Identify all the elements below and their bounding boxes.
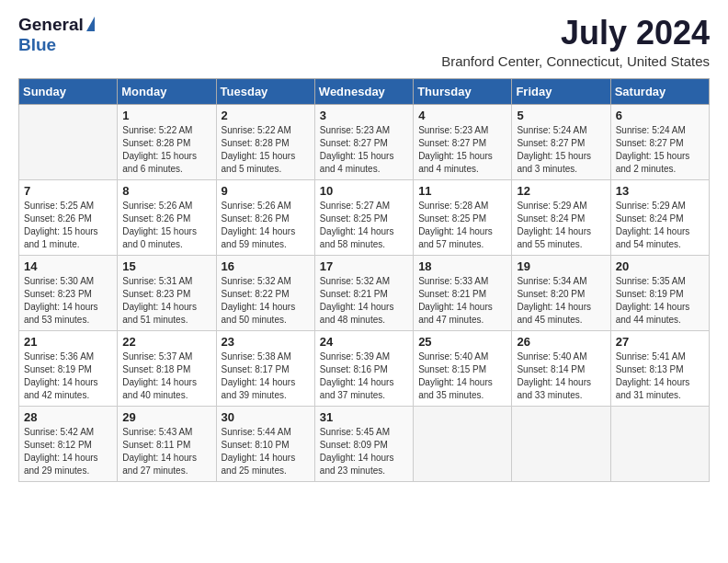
- calendar-day-cell: 5Sunrise: 5:24 AMSunset: 8:27 PMDaylight…: [512, 104, 610, 179]
- calendar-week-row: 21Sunrise: 5:36 AMSunset: 8:19 PMDayligh…: [19, 330, 710, 406]
- day-number: 6: [616, 109, 704, 122]
- calendar-week-row: 7Sunrise: 5:25 AMSunset: 8:26 PMDaylight…: [19, 179, 710, 255]
- day-number: 16: [222, 259, 310, 273]
- day-of-week-header: Sunday: [19, 78, 118, 104]
- calendar-header-row: SundayMondayTuesdayWednesdayThursdayFrid…: [19, 78, 710, 104]
- calendar-day-cell: 3Sunrise: 5:23 AMSunset: 8:27 PMDaylight…: [314, 104, 413, 179]
- calendar-day-cell: 20Sunrise: 5:35 AMSunset: 8:19 PMDayligh…: [610, 255, 709, 330]
- calendar-day-cell: 1Sunrise: 5:22 AMSunset: 8:28 PMDaylight…: [118, 104, 216, 179]
- calendar-day-cell: 24Sunrise: 5:39 AMSunset: 8:16 PMDayligh…: [314, 330, 413, 406]
- calendar-day-cell: 14Sunrise: 5:30 AMSunset: 8:23 PMDayligh…: [19, 255, 118, 330]
- calendar-day-cell: 6Sunrise: 5:24 AMSunset: 8:27 PMDaylight…: [610, 104, 709, 179]
- calendar-day-cell: 12Sunrise: 5:29 AMSunset: 8:24 PMDayligh…: [512, 179, 610, 255]
- calendar-week-row: 28Sunrise: 5:42 AMSunset: 8:12 PMDayligh…: [19, 406, 710, 481]
- day-detail: Sunrise: 5:43 AMSunset: 8:11 PMDaylight:…: [122, 426, 210, 477]
- calendar-day-cell: 18Sunrise: 5:33 AMSunset: 8:21 PMDayligh…: [414, 255, 512, 330]
- day-detail: Sunrise: 5:37 AMSunset: 8:18 PMDaylight:…: [122, 350, 210, 402]
- day-of-week-header: Tuesday: [216, 78, 314, 104]
- day-detail: Sunrise: 5:31 AMSunset: 8:23 PMDaylight:…: [122, 275, 210, 327]
- day-detail: Sunrise: 5:32 AMSunset: 8:22 PMDaylight:…: [222, 275, 310, 327]
- day-number: 26: [517, 335, 605, 349]
- day-number: 7: [24, 184, 112, 198]
- day-detail: Sunrise: 5:36 AMSunset: 8:19 PMDaylight:…: [24, 350, 112, 402]
- calendar-day-cell: 7Sunrise: 5:25 AMSunset: 8:26 PMDaylight…: [19, 179, 118, 255]
- day-number: 11: [418, 184, 506, 198]
- day-number: 3: [320, 109, 408, 122]
- calendar-week-row: 1Sunrise: 5:22 AMSunset: 8:28 PMDaylight…: [19, 104, 710, 179]
- calendar-day-cell: [610, 406, 709, 481]
- day-detail: Sunrise: 5:33 AMSunset: 8:21 PMDaylight:…: [418, 275, 506, 327]
- day-of-week-header: Thursday: [414, 78, 512, 104]
- calendar-day-cell: 22Sunrise: 5:37 AMSunset: 8:18 PMDayligh…: [118, 330, 216, 406]
- day-number: 15: [122, 259, 210, 273]
- calendar-day-cell: 25Sunrise: 5:40 AMSunset: 8:15 PMDayligh…: [414, 330, 512, 406]
- calendar-day-cell: 21Sunrise: 5:36 AMSunset: 8:19 PMDayligh…: [19, 330, 118, 406]
- calendar-day-cell: 31Sunrise: 5:45 AMSunset: 8:09 PMDayligh…: [314, 406, 413, 481]
- calendar-day-cell: [19, 104, 118, 179]
- title-area: July 2024 Branford Center, Connecticut, …: [441, 15, 710, 69]
- day-detail: Sunrise: 5:29 AMSunset: 8:24 PMDaylight:…: [517, 200, 605, 251]
- day-of-week-header: Saturday: [610, 78, 709, 104]
- day-detail: Sunrise: 5:40 AMSunset: 8:14 PMDaylight:…: [517, 350, 605, 402]
- day-detail: Sunrise: 5:26 AMSunset: 8:26 PMDaylight:…: [222, 200, 310, 251]
- day-detail: Sunrise: 5:41 AMSunset: 8:13 PMDaylight:…: [616, 350, 704, 402]
- day-detail: Sunrise: 5:25 AMSunset: 8:26 PMDaylight:…: [24, 200, 112, 251]
- day-number: 19: [517, 259, 605, 273]
- day-number: 5: [517, 109, 605, 122]
- day-number: 25: [418, 335, 506, 349]
- logo-general-text: General: [18, 15, 84, 35]
- day-number: 31: [320, 410, 408, 424]
- calendar-day-cell: 10Sunrise: 5:27 AMSunset: 8:25 PMDayligh…: [314, 179, 413, 255]
- calendar-day-cell: 23Sunrise: 5:38 AMSunset: 8:17 PMDayligh…: [216, 330, 314, 406]
- calendar-day-cell: [414, 406, 512, 481]
- day-detail: Sunrise: 5:28 AMSunset: 8:25 PMDaylight:…: [418, 200, 506, 251]
- day-number: 22: [122, 335, 210, 349]
- day-number: 17: [320, 259, 408, 273]
- calendar-day-cell: 8Sunrise: 5:26 AMSunset: 8:26 PMDaylight…: [118, 179, 216, 255]
- day-number: 8: [122, 184, 210, 198]
- calendar-table: SundayMondayTuesdayWednesdayThursdayFrid…: [18, 78, 710, 482]
- month-year-title: July 2024: [441, 15, 710, 52]
- day-detail: Sunrise: 5:35 AMSunset: 8:19 PMDaylight:…: [616, 275, 704, 327]
- day-number: 23: [222, 335, 310, 349]
- day-detail: Sunrise: 5:40 AMSunset: 8:15 PMDaylight:…: [418, 350, 506, 402]
- day-number: 4: [418, 109, 506, 122]
- day-number: 12: [517, 184, 605, 198]
- day-detail: Sunrise: 5:30 AMSunset: 8:23 PMDaylight:…: [24, 275, 112, 327]
- calendar-body: 1Sunrise: 5:22 AMSunset: 8:28 PMDaylight…: [19, 104, 710, 481]
- calendar-day-cell: 11Sunrise: 5:28 AMSunset: 8:25 PMDayligh…: [414, 179, 512, 255]
- day-detail: Sunrise: 5:38 AMSunset: 8:17 PMDaylight:…: [222, 350, 310, 402]
- calendar-day-cell: 28Sunrise: 5:42 AMSunset: 8:12 PMDayligh…: [19, 406, 118, 481]
- day-detail: Sunrise: 5:26 AMSunset: 8:26 PMDaylight:…: [122, 200, 210, 251]
- day-detail: Sunrise: 5:29 AMSunset: 8:24 PMDaylight:…: [616, 200, 704, 251]
- logo-blue-text: Blue: [18, 35, 56, 54]
- day-number: 18: [418, 259, 506, 273]
- calendar-day-cell: 16Sunrise: 5:32 AMSunset: 8:22 PMDayligh…: [216, 255, 314, 330]
- day-detail: Sunrise: 5:24 AMSunset: 8:27 PMDaylight:…: [517, 124, 605, 176]
- logo-triangle-icon: [86, 17, 95, 31]
- day-detail: Sunrise: 5:27 AMSunset: 8:25 PMDaylight:…: [320, 200, 408, 251]
- day-detail: Sunrise: 5:23 AMSunset: 8:27 PMDaylight:…: [320, 124, 408, 176]
- day-number: 30: [222, 410, 310, 424]
- calendar-day-cell: 13Sunrise: 5:29 AMSunset: 8:24 PMDayligh…: [610, 179, 709, 255]
- day-detail: Sunrise: 5:32 AMSunset: 8:21 PMDaylight:…: [320, 275, 408, 327]
- day-detail: Sunrise: 5:22 AMSunset: 8:28 PMDaylight:…: [122, 124, 210, 176]
- day-of-week-header: Wednesday: [314, 78, 413, 104]
- calendar-day-cell: 9Sunrise: 5:26 AMSunset: 8:26 PMDaylight…: [216, 179, 314, 255]
- day-of-week-header: Friday: [512, 78, 610, 104]
- day-number: 9: [222, 184, 310, 198]
- day-detail: Sunrise: 5:44 AMSunset: 8:10 PMDaylight:…: [222, 426, 310, 477]
- day-detail: Sunrise: 5:39 AMSunset: 8:16 PMDaylight:…: [320, 350, 408, 402]
- day-number: 27: [616, 335, 704, 349]
- day-number: 21: [24, 335, 112, 349]
- calendar-day-cell: [512, 406, 610, 481]
- calendar-day-cell: 30Sunrise: 5:44 AMSunset: 8:10 PMDayligh…: [216, 406, 314, 481]
- day-number: 2: [222, 109, 310, 122]
- day-number: 10: [320, 184, 408, 198]
- day-detail: Sunrise: 5:45 AMSunset: 8:09 PMDaylight:…: [320, 426, 408, 477]
- day-number: 20: [616, 259, 704, 273]
- calendar-day-cell: 4Sunrise: 5:23 AMSunset: 8:27 PMDaylight…: [414, 104, 512, 179]
- logo: General Blue: [18, 15, 95, 55]
- day-number: 29: [122, 410, 210, 424]
- day-detail: Sunrise: 5:42 AMSunset: 8:12 PMDaylight:…: [24, 426, 112, 477]
